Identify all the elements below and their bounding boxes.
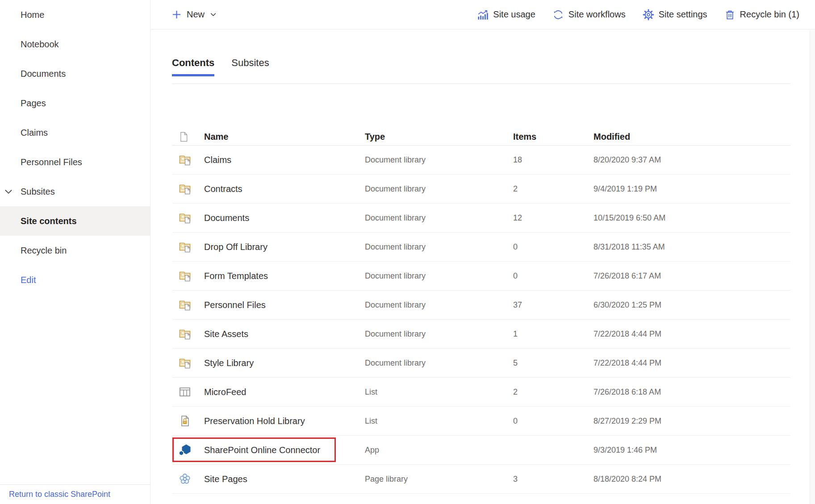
row-name-link[interactable]: Drop Off Library bbox=[204, 242, 365, 252]
sidebar-item-documents[interactable]: Documents bbox=[0, 59, 150, 88]
sidebar-item-label: Notebook bbox=[21, 39, 59, 50]
command-bar-actions: Site usage Site workflows bbox=[477, 9, 799, 21]
sidebar-item-label: Recycle bin bbox=[21, 246, 67, 256]
table-row-highlighted[interactable]: SharePoint Online Connector App 9/3/2019… bbox=[172, 436, 790, 465]
sidebar-item-subsites[interactable]: Subsites bbox=[0, 177, 150, 206]
table-row[interactable]: Form Templates Document library 0 7/26/2… bbox=[172, 262, 790, 291]
sync-icon bbox=[552, 9, 564, 21]
table-row[interactable]: Style Library Document library 5 7/22/20… bbox=[172, 349, 790, 378]
row-items: 2 bbox=[513, 387, 593, 397]
tab-contents[interactable]: Contents bbox=[172, 57, 214, 76]
table-row[interactable]: Preservation Hold Library List 0 8/27/20… bbox=[172, 407, 790, 436]
table-row[interactable]: Drop Off Library Document library 0 8/31… bbox=[172, 233, 790, 262]
row-modified: 8/20/2020 9:37 AM bbox=[593, 155, 790, 165]
app-icon bbox=[172, 444, 204, 456]
row-name-link[interactable]: Style Library bbox=[204, 358, 365, 368]
row-name-link[interactable]: Contracts bbox=[204, 184, 365, 194]
row-name-link[interactable]: Personnel Files bbox=[204, 300, 365, 310]
document-library-icon bbox=[172, 299, 204, 311]
site-contents-table: Name Type Items Modified Claims Document… bbox=[172, 128, 790, 494]
chevron-down-icon bbox=[209, 11, 217, 18]
row-modified: 7/22/2018 4:44 PM bbox=[593, 329, 790, 339]
row-name-link[interactable]: Documents bbox=[204, 213, 365, 223]
row-name-link[interactable]: Form Templates bbox=[204, 271, 365, 281]
sidebar-item-label: Home bbox=[21, 10, 44, 20]
sidebar-item-claims[interactable]: Claims bbox=[0, 118, 150, 147]
row-type: App bbox=[365, 446, 513, 455]
plus-icon bbox=[171, 9, 182, 20]
sidebar-item-label: Claims bbox=[21, 128, 48, 138]
row-type: Document library bbox=[365, 184, 513, 194]
row-modified: 7/22/2018 4:44 PM bbox=[593, 358, 790, 368]
table-header-row: Name Type Items Modified bbox=[172, 128, 790, 146]
row-modified: 6/30/2020 1:25 PM bbox=[593, 300, 790, 310]
sidebar-footer-divider bbox=[0, 484, 150, 485]
document-library-icon bbox=[172, 154, 204, 166]
sidebar-edit-link[interactable]: Edit bbox=[0, 265, 150, 295]
table-row[interactable]: Site Assets Document library 1 7/22/2018… bbox=[172, 320, 790, 349]
action-label: Site workflows bbox=[568, 9, 626, 20]
sidebar-item-label: Subsites bbox=[21, 187, 55, 197]
row-items: 5 bbox=[513, 358, 593, 368]
table-row[interactable]: Documents Document library 12 10/15/2019… bbox=[172, 204, 790, 233]
row-name-link[interactable]: Site Pages bbox=[204, 474, 365, 484]
row-name-link[interactable]: MicroFeed bbox=[204, 387, 365, 397]
column-header-modified[interactable]: Modified bbox=[593, 132, 790, 142]
row-type: Page library bbox=[365, 475, 513, 484]
table-row[interactable]: Personnel Files Document library 37 6/30… bbox=[172, 291, 790, 320]
row-name-link[interactable]: Site Assets bbox=[204, 329, 365, 339]
table-row[interactable]: Claims Document library 18 8/20/2020 9:3… bbox=[172, 146, 790, 175]
sidebar-item-label: Documents bbox=[21, 69, 66, 79]
command-bar: New Site usage bbox=[151, 0, 815, 29]
row-items: 37 bbox=[513, 300, 593, 310]
return-to-classic-link[interactable]: Return to classic SharePoint bbox=[9, 490, 110, 499]
row-items: 0 bbox=[513, 417, 593, 426]
document-column-icon bbox=[172, 132, 204, 142]
action-label: Site settings bbox=[659, 9, 707, 20]
chart-icon bbox=[477, 9, 489, 21]
locked-document-icon bbox=[172, 415, 204, 427]
row-type: List bbox=[365, 387, 513, 397]
recycle-bin-button[interactable]: Recycle bin (1) bbox=[724, 9, 799, 21]
chevron-down-icon[interactable] bbox=[3, 186, 14, 197]
column-header-items[interactable]: Items bbox=[513, 132, 593, 142]
sidebar-item-home[interactable]: Home bbox=[0, 0, 150, 29]
page-library-icon bbox=[172, 473, 204, 485]
site-workflows-button[interactable]: Site workflows bbox=[552, 9, 626, 21]
row-name-link[interactable]: Claims bbox=[204, 155, 365, 165]
sidebar-item-personnel-files[interactable]: Personnel Files bbox=[0, 147, 150, 177]
document-library-icon bbox=[172, 328, 204, 340]
row-name-link[interactable]: SharePoint Online Connector bbox=[204, 445, 365, 455]
column-header-name[interactable]: Name bbox=[204, 132, 365, 142]
row-items: 0 bbox=[513, 242, 593, 252]
document-library-icon bbox=[172, 241, 204, 253]
row-name-link[interactable]: Preservation Hold Library bbox=[204, 416, 365, 426]
site-usage-button[interactable]: Site usage bbox=[477, 9, 535, 21]
row-type: Document library bbox=[365, 155, 513, 165]
sidebar-item-notebook[interactable]: Notebook bbox=[0, 29, 150, 59]
row-modified: 7/26/2018 6:17 AM bbox=[593, 271, 790, 281]
row-items: 18 bbox=[513, 155, 593, 165]
row-type: Document library bbox=[365, 242, 513, 252]
table-row[interactable]: MicroFeed List 2 7/26/2018 6:18 AM bbox=[172, 378, 790, 407]
tab-subsites[interactable]: Subsites bbox=[231, 57, 269, 76]
action-label: Site usage bbox=[493, 9, 535, 20]
row-items: 3 bbox=[513, 475, 593, 484]
scrollbar-track[interactable] bbox=[810, 30, 815, 504]
sidebar-item-site-contents[interactable]: Site contents bbox=[0, 206, 150, 236]
document-library-icon bbox=[172, 183, 204, 195]
table-row[interactable]: Site Pages Page library 3 8/18/2020 8:24… bbox=[172, 465, 790, 494]
sidebar: Home Notebook Documents Pages Claims Per… bbox=[0, 0, 150, 504]
sidebar-item-label: Edit bbox=[21, 275, 36, 285]
sidebar-item-pages[interactable]: Pages bbox=[0, 88, 150, 118]
sidebar-item-recycle-bin[interactable]: Recycle bin bbox=[0, 236, 150, 265]
table-row[interactable]: Contracts Document library 2 9/4/2019 1:… bbox=[172, 175, 790, 204]
row-type: Document library bbox=[365, 329, 513, 339]
sidebar-item-label: Pages bbox=[21, 98, 46, 108]
new-button[interactable]: New bbox=[171, 9, 217, 20]
row-modified: 9/3/2019 1:46 PM bbox=[593, 446, 790, 455]
row-modified: 7/26/2018 6:18 AM bbox=[593, 387, 790, 397]
column-header-type[interactable]: Type bbox=[365, 132, 513, 142]
site-settings-button[interactable]: Site settings bbox=[643, 9, 707, 21]
row-items: 2 bbox=[513, 184, 593, 194]
